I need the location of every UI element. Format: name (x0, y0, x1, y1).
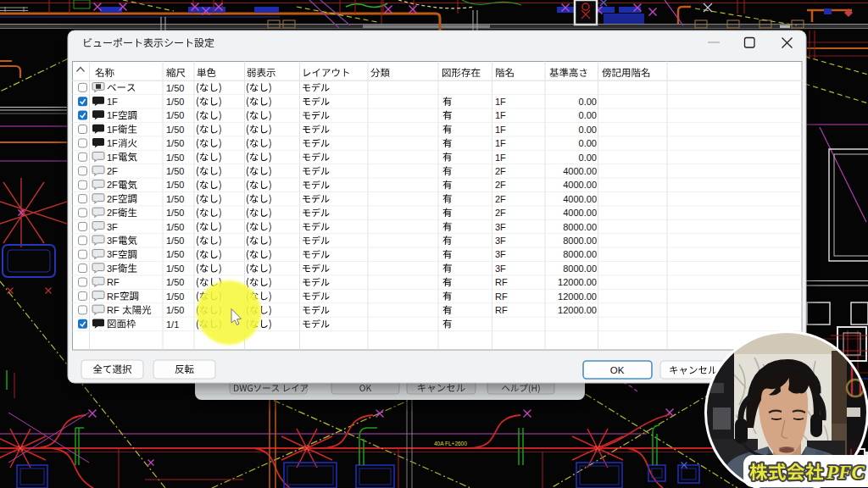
svg-text:2F: 2F (107, 180, 118, 190)
svg-text:RF: RF (495, 277, 508, 287)
svg-text:8000.00: 8000.00 (563, 236, 597, 246)
svg-text:1F: 1F (495, 152, 506, 163)
svg-text:0.00: 0.00 (579, 152, 597, 163)
svg-text:1/50: 1/50 (166, 208, 184, 218)
svg-text:3F: 3F (107, 249, 118, 259)
svg-text:RF: RF (107, 291, 120, 302)
svg-text:RF: RF (107, 305, 120, 315)
svg-text:RF: RF (495, 291, 508, 302)
svg-text:RF: RF (495, 305, 508, 315)
svg-text:1/50: 1/50 (166, 249, 184, 259)
svg-text:1/50: 1/50 (166, 166, 184, 176)
svg-text:1/50: 1/50 (166, 263, 184, 274)
svg-text:PFC: PFC (826, 462, 865, 483)
svg-text:1/1: 1/1 (166, 319, 179, 330)
svg-text:1/50: 1/50 (166, 236, 184, 246)
svg-text:0.00: 0.00 (579, 97, 597, 107)
svg-text:1F: 1F (107, 138, 118, 148)
svg-text:1/50: 1/50 (166, 152, 184, 163)
svg-text:2F: 2F (495, 208, 506, 218)
svg-text:1F: 1F (495, 110, 506, 120)
svg-text:3F: 3F (495, 236, 506, 246)
svg-text:2F: 2F (495, 194, 506, 204)
svg-text:1F: 1F (495, 138, 506, 148)
svg-text:1/50: 1/50 (166, 110, 184, 120)
svg-text:0.00: 0.00 (579, 138, 597, 148)
svg-text:1/50: 1/50 (166, 305, 184, 315)
svg-text:2F: 2F (107, 194, 118, 204)
svg-text:3F: 3F (107, 236, 118, 246)
svg-text:40A FL+2600: 40A FL+2600 (434, 441, 467, 446)
svg-text:3F: 3F (495, 249, 506, 259)
svg-text:4000.00: 4000.00 (563, 208, 597, 218)
svg-text:1/50: 1/50 (166, 277, 184, 287)
svg-text:1/50: 1/50 (166, 291, 184, 302)
svg-text:1F: 1F (107, 97, 118, 107)
svg-text:3F: 3F (495, 222, 506, 232)
svg-text:4000.00: 4000.00 (563, 166, 597, 176)
svg-text:3F: 3F (107, 222, 118, 232)
svg-text:2F: 2F (495, 180, 506, 190)
svg-text:1/50: 1/50 (166, 125, 184, 135)
svg-text:12000.00: 12000.00 (558, 305, 597, 315)
svg-text:1F: 1F (107, 110, 118, 120)
svg-text:2F: 2F (495, 166, 506, 176)
svg-text:1F: 1F (107, 125, 118, 135)
svg-text:8000.00: 8000.00 (563, 222, 597, 232)
svg-text:OK: OK (610, 365, 625, 375)
svg-text:1/50: 1/50 (166, 222, 184, 232)
svg-text:1F: 1F (107, 152, 118, 163)
svg-text:1F: 1F (495, 125, 506, 135)
svg-text:2F: 2F (107, 208, 118, 218)
svg-text:4000.00: 4000.00 (563, 180, 597, 190)
svg-text:3F: 3F (107, 263, 118, 274)
svg-text:RF: RF (107, 277, 120, 287)
svg-text:2F: 2F (107, 166, 118, 176)
svg-text:12000.00: 12000.00 (558, 277, 597, 287)
svg-text:1F: 1F (495, 97, 506, 107)
svg-text:1/50: 1/50 (166, 180, 184, 190)
svg-text:1/50: 1/50 (166, 194, 184, 204)
svg-text:1/50: 1/50 (166, 97, 184, 107)
svg-text:3F: 3F (495, 263, 506, 274)
svg-text:4000.00: 4000.00 (563, 194, 597, 204)
svg-text:0.00: 0.00 (579, 110, 597, 120)
svg-text:1/50: 1/50 (166, 83, 184, 93)
svg-text:0.00: 0.00 (579, 125, 597, 135)
svg-text:12000.00: 12000.00 (558, 291, 597, 302)
svg-text:8000.00: 8000.00 (563, 263, 597, 274)
svg-text:8000.00: 8000.00 (563, 249, 597, 259)
svg-text:1/50: 1/50 (166, 138, 184, 148)
